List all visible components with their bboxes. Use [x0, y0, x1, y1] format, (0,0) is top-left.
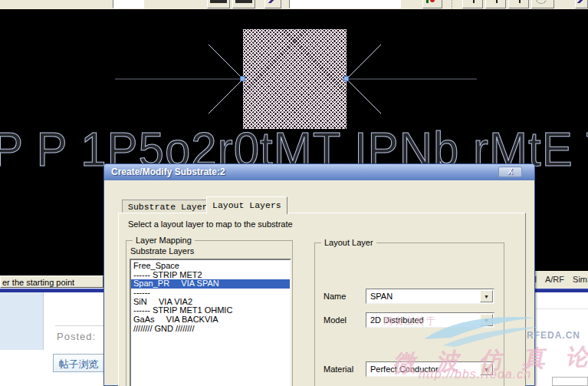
dialog-title: Create/Modify Substrate:2 [111, 167, 225, 177]
screen: P P 1P5o2r0tMT IPNb rMtE T 1 er the star… [0, 0, 588, 386]
model-field-row: Model 2D Distributed ▼ [315, 312, 505, 328]
material-combobox[interactable]: Perfect Conductor ▼ [366, 361, 494, 377]
model-label: Model [324, 315, 347, 325]
rotate-icon[interactable] [575, 0, 588, 8]
name-label: Name [324, 292, 346, 301]
insert-pin-icon[interactable] [485, 0, 506, 8]
toolbar-separator [452, 0, 453, 8]
pencil-icon[interactable] [264, 0, 281, 8]
substrate-dialog: Create/Modify Substrate:2 X Substrate La… [103, 163, 535, 386]
circle-icon[interactable] [531, 0, 554, 8]
material-label: Material [324, 365, 353, 374]
name-combobox[interactable]: SPAN ▼ [366, 289, 494, 304]
forum-user-cell [0, 292, 44, 350]
list-item[interactable]: Free_Space [131, 262, 290, 271]
posted-label: Posted: [57, 331, 96, 342]
toolbar-input-field[interactable] [289, 0, 401, 8]
menu-item[interactable]: A/RF [545, 275, 564, 284]
layout-layer-group: Layout Layer Name SPAN ▼ Model 2D Distri… [314, 242, 504, 386]
port-1-node[interactable] [240, 76, 245, 81]
name-value: SPAN [370, 292, 393, 301]
ruler-icon[interactable] [207, 0, 230, 8]
chevron-down-icon[interactable]: ▼ [480, 363, 493, 375]
close-icon[interactable]: X [498, 167, 522, 177]
tab-page: Select a layout layer to map to the subs… [118, 213, 526, 386]
list-item-selected[interactable]: Span_PR VIA SPAN [131, 279, 290, 289]
divider [536, 308, 588, 309]
status-bar: er the starting point [0, 275, 103, 288]
top-toolbar [0, 0, 588, 9]
forum-input-stub[interactable] [552, 377, 588, 386]
group-label: Layout Layer [321, 238, 376, 247]
chevron-down-icon[interactable]: ▼ [480, 314, 493, 326]
insert-pin-icon[interactable] [462, 0, 483, 8]
model-combobox[interactable]: 2D Distributed ▼ [366, 312, 494, 328]
list-item[interactable]: //////// GND //////// [131, 325, 290, 334]
port-2-node[interactable] [343, 76, 349, 81]
tab-substrate-layers[interactable]: Substrate Layers [122, 200, 218, 213]
chevron-down-icon[interactable]: ▼ [480, 290, 493, 302]
layer-mapping-group: Layer Mapping Substrate Layers Free_Spac… [126, 240, 293, 386]
material-value: Perfect Conductor [370, 365, 439, 374]
model-value: 2D Distributed [370, 315, 424, 325]
menu-item[interactable]: SimS [573, 275, 588, 284]
instruction-text: Select a layout layer to map to the subs… [128, 219, 293, 229]
material-field-row: Material Perfect Conductor ▼ [315, 361, 505, 377]
tab-layout-layers[interactable]: Layout Layers [206, 196, 287, 214]
group-label: Layer Mapping [133, 236, 195, 245]
substrate-layers-label: Substrate Layers [130, 246, 194, 256]
list-item[interactable]: ------ [131, 289, 290, 298]
substrate-layers-list[interactable]: Free_Space ------ STRIP MET2 Span_PR VIA… [130, 259, 291, 386]
toolbar-dropdown[interactable] [113, 0, 144, 8]
post-browse-button[interactable]: 帖子浏览 [53, 354, 104, 372]
grid-icon[interactable] [232, 0, 255, 8]
name-field-row: Name SPAN ▼ [315, 289, 505, 304]
insert-pin-icon[interactable] [508, 0, 529, 8]
dialog-titlebar[interactable]: Create/Modify Substrate:2 X [104, 164, 534, 180]
pin-red-icon[interactable] [422, 0, 442, 8]
hatched-metal-polygon[interactable] [243, 29, 347, 129]
